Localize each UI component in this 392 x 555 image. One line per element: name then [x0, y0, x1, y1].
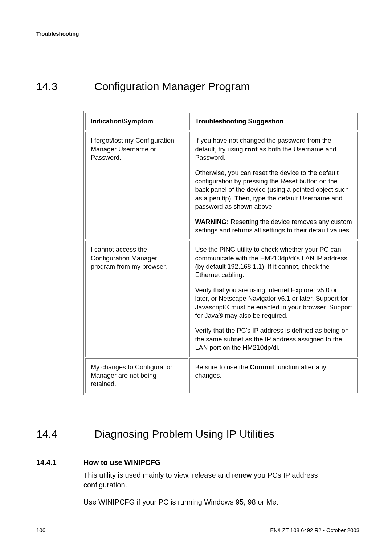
bold-text: root [245, 146, 258, 153]
page-number: 106 [36, 527, 45, 533]
bold-text: WARNING: [195, 218, 229, 226]
section-ip-utilities: 14.4 Diagnosing Problem Using IP Utiliti… [36, 428, 359, 507]
troubleshooting-table-wrap: Indication/Symptom Troubleshooting Sugge… [83, 111, 359, 395]
subsection-heading-row: 14.4.1 How to use WINIPCFG [36, 458, 359, 467]
symptom-cell: My changes to Configuration Manager are … [85, 358, 188, 393]
bold-text: Commit [250, 364, 274, 371]
suggestion-paragraph: Use the PING utility to check whether yo… [195, 246, 352, 280]
table-row: My changes to Configuration Manager are … [85, 358, 358, 393]
section-number: 14.4 [36, 428, 65, 440]
table-header-row: Indication/Symptom Troubleshooting Sugge… [85, 113, 358, 130]
page: Troubleshooting 14.3 Configuration Manag… [0, 0, 392, 555]
suggestion-paragraph: If you have not changed the password fro… [195, 137, 352, 162]
section-heading-row: 14.4 Diagnosing Problem Using IP Utiliti… [36, 428, 359, 440]
text-span: Be sure to use the [195, 364, 250, 371]
suggestion-paragraph: WARNING: Resetting the device removes an… [195, 218, 352, 235]
symptom-cell: I forgot/lost my Configuration Manager U… [85, 132, 188, 239]
doc-id: EN/LZT 108 6492 R2 - October 2003 [270, 527, 359, 533]
body-paragraph: This utility is used mainly to view, rel… [83, 470, 359, 490]
suggestion-cell: Use the PING utility to check whether yo… [189, 241, 358, 357]
col-header-symptom: Indication/Symptom [85, 113, 188, 130]
table-row: I forgot/lost my Configuration Manager U… [85, 132, 358, 239]
table-row: I cannot access the Configuration Manage… [85, 241, 358, 357]
section-number: 14.3 [36, 80, 65, 93]
suggestion-cell: If you have not changed the password fro… [189, 132, 358, 239]
page-footer: 106 EN/LZT 108 6492 R2 - October 2003 [36, 527, 359, 533]
col-header-suggestion: Troubleshooting Suggestion [189, 113, 358, 130]
body-block: This utility is used mainly to view, rel… [83, 470, 359, 507]
running-header: Troubleshooting [36, 31, 359, 37]
suggestion-paragraph: Otherwise, you can reset the device to t… [195, 169, 352, 211]
subsection-title: How to use WINIPCFG [83, 458, 160, 467]
symptom-cell: I cannot access the Configuration Manage… [85, 241, 188, 357]
section-title: Configuration Manager Program [94, 80, 250, 93]
suggestion-paragraph: Verify that the PC's IP address is defin… [195, 327, 352, 352]
section-config-manager: 14.3 Configuration Manager Program Indic… [36, 80, 359, 395]
suggestion-paragraph: Be sure to use the Commit function after… [195, 363, 352, 380]
troubleshooting-table: Indication/Symptom Troubleshooting Sugge… [83, 111, 359, 395]
subsection-number: 14.4.1 [36, 458, 62, 467]
suggestion-cell: Be sure to use the Commit function after… [189, 358, 358, 393]
section-heading-row: 14.3 Configuration Manager Program [36, 80, 359, 93]
body-paragraph: Use WINIPCFG if your PC is running Windo… [83, 497, 359, 507]
suggestion-paragraph: Verify that you are using Internet Explo… [195, 286, 352, 320]
section-title: Diagnosing Problem Using IP Utilities [94, 428, 274, 440]
